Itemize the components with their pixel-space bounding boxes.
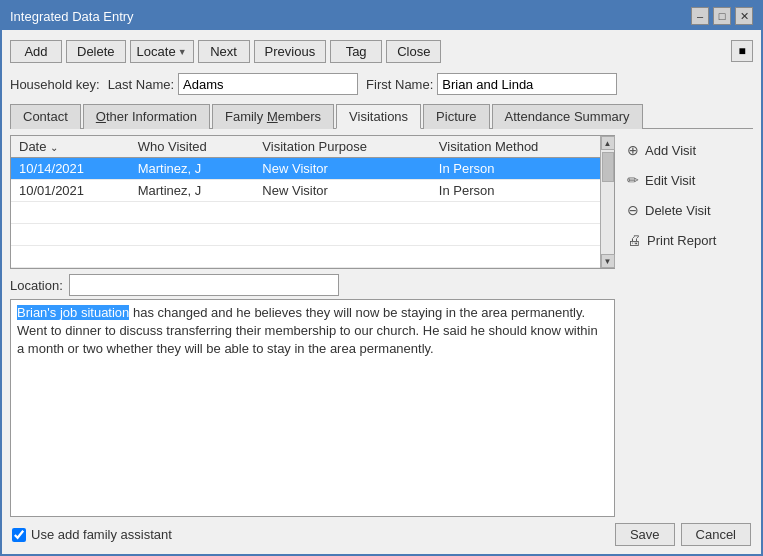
- add-visit-button[interactable]: ⊕ Add Visit: [623, 139, 753, 161]
- delete-visit-button[interactable]: ⊖ Delete Visit: [623, 199, 753, 221]
- print-report-icon: 🖨: [627, 232, 641, 248]
- action-buttons: Save Cancel: [615, 523, 751, 546]
- visitation-table: Date ⌄ Who Visited Visitation Purpose Vi…: [11, 136, 600, 268]
- add-visit-icon: ⊕: [627, 142, 639, 158]
- tag-button[interactable]: Tag: [330, 40, 382, 63]
- tab-picture[interactable]: Picture: [423, 104, 489, 129]
- delete-visit-icon: ⊖: [627, 202, 639, 218]
- highlighted-text: Brian's job situation: [17, 305, 129, 320]
- main-window: Integrated Data Entry – □ ✕ Add Delete L…: [0, 0, 763, 556]
- cell-who: Martinez, J: [130, 180, 255, 202]
- previous-button[interactable]: Previous: [254, 40, 327, 63]
- add-visit-label: Add Visit: [645, 143, 696, 158]
- maximize-button[interactable]: □: [713, 7, 731, 25]
- scrollbar-thumb[interactable]: [602, 152, 614, 182]
- window-title: Integrated Data Entry: [10, 9, 134, 24]
- table-scrollbar[interactable]: ▲ ▼: [600, 136, 614, 268]
- main-content: Date ⌄ Who Visited Visitation Purpose Vi…: [10, 129, 753, 517]
- delete-visit-label: Delete Visit: [645, 203, 711, 218]
- save-button[interactable]: Save: [615, 523, 675, 546]
- first-name-input[interactable]: [437, 73, 617, 95]
- tab-visitations[interactable]: Visitations: [336, 104, 421, 129]
- cell-method: In Person: [431, 158, 600, 180]
- cancel-button[interactable]: Cancel: [681, 523, 751, 546]
- col-who: Who Visited: [130, 136, 255, 158]
- table-row-empty: [11, 246, 600, 268]
- tab-contact[interactable]: Contact: [10, 104, 81, 129]
- location-input[interactable]: [69, 274, 339, 296]
- next-button[interactable]: Next: [198, 40, 250, 63]
- bottom-bar: Use add family assistant Save Cancel: [10, 517, 753, 548]
- title-bar-buttons: – □ ✕: [691, 7, 753, 25]
- cell-purpose: New Visitor: [254, 180, 431, 202]
- table-row[interactable]: 10/01/2021 Martinez, J New Visitor In Pe…: [11, 180, 600, 202]
- add-family-assistant-checkbox[interactable]: [12, 528, 26, 542]
- tab-family-members[interactable]: Family Members: [212, 104, 334, 129]
- cell-date: 10/14/2021: [11, 158, 130, 180]
- table-view-button[interactable]: ■: [731, 40, 753, 62]
- print-report-button[interactable]: 🖨 Print Report: [623, 229, 753, 251]
- title-bar: Integrated Data Entry – □ ✕: [2, 2, 761, 30]
- cell-date: 10/01/2021: [11, 180, 130, 202]
- location-row: Location:: [10, 269, 615, 299]
- locate-dropdown-arrow: ▼: [178, 47, 187, 57]
- table-row-empty: [11, 202, 600, 224]
- notes-area[interactable]: Brian's job situation has changed and he…: [10, 299, 615, 517]
- col-date[interactable]: Date ⌄: [11, 136, 130, 158]
- col-purpose: Visitation Purpose: [254, 136, 431, 158]
- scrollbar-down-button[interactable]: ▼: [601, 254, 615, 268]
- household-key-label: Household key:: [10, 77, 100, 92]
- cell-purpose: New Visitor: [254, 158, 431, 180]
- tab-bar: Contact Other Information Family Members…: [10, 103, 753, 129]
- edit-visit-icon: ✏: [627, 172, 639, 188]
- edit-visit-label: Edit Visit: [645, 173, 695, 188]
- last-name-group: Last Name:: [108, 73, 358, 95]
- visitation-table-container: Date ⌄ Who Visited Visitation Purpose Vi…: [10, 135, 615, 269]
- table-row[interactable]: 10/14/2021 Martinez, J New Visitor In Pe…: [11, 158, 600, 180]
- right-panel: ⊕ Add Visit ✏ Edit Visit ⊖ Delete Visit …: [623, 135, 753, 517]
- toolbar: Add Delete Locate ▼ Next Previous Tag Cl…: [10, 36, 753, 69]
- tab-other-information[interactable]: Other Information: [83, 104, 210, 129]
- col-method: Visitation Method: [431, 136, 600, 158]
- left-panel: Date ⌄ Who Visited Visitation Purpose Vi…: [10, 135, 615, 517]
- locate-button[interactable]: Locate ▼: [130, 40, 194, 63]
- first-name-label: First Name:: [366, 77, 433, 92]
- print-report-label: Print Report: [647, 233, 716, 248]
- table-row-empty: [11, 224, 600, 246]
- close-button[interactable]: Close: [386, 40, 441, 63]
- edit-visit-button[interactable]: ✏ Edit Visit: [623, 169, 753, 191]
- close-window-button[interactable]: ✕: [735, 7, 753, 25]
- cell-who: Martinez, J: [130, 158, 255, 180]
- add-button[interactable]: Add: [10, 40, 62, 63]
- last-name-label: Last Name:: [108, 77, 174, 92]
- cell-method: In Person: [431, 180, 600, 202]
- window-body: Add Delete Locate ▼ Next Previous Tag Cl…: [2, 30, 761, 554]
- location-label: Location:: [10, 278, 63, 293]
- minimize-button[interactable]: –: [691, 7, 709, 25]
- household-row: Household key: Last Name: First Name:: [10, 69, 753, 103]
- add-family-assistant-label[interactable]: Use add family assistant: [12, 527, 172, 542]
- scrollbar-up-button[interactable]: ▲: [601, 136, 615, 150]
- first-name-group: First Name:: [366, 73, 617, 95]
- delete-button[interactable]: Delete: [66, 40, 126, 63]
- last-name-input[interactable]: [178, 73, 358, 95]
- tab-attendance-summary[interactable]: Attendance Summary: [492, 104, 643, 129]
- add-family-assistant-text: Use add family assistant: [31, 527, 172, 542]
